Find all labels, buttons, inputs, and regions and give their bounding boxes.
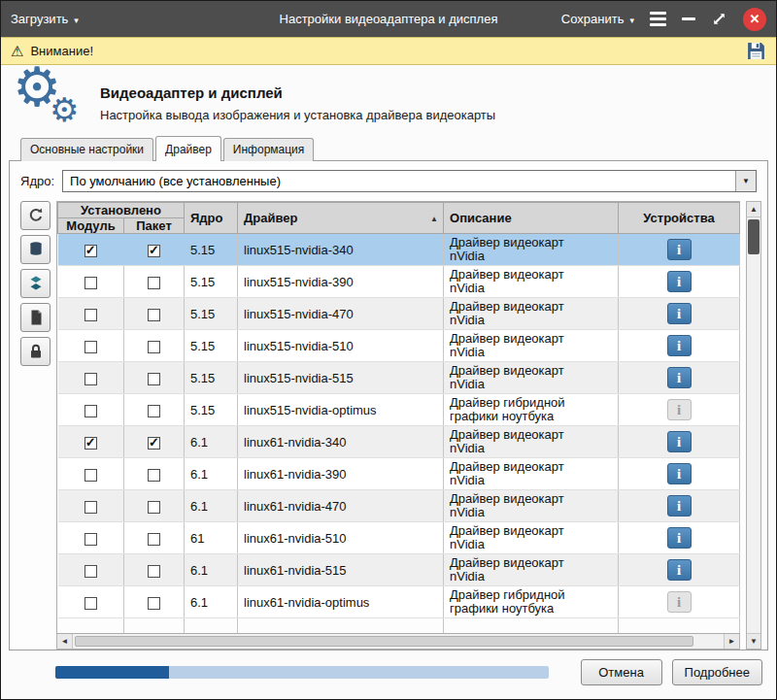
info-button[interactable]: i (667, 367, 692, 388)
description-text: Драйвер гибридной графики ноутбука (444, 394, 597, 425)
info-button[interactable]: i (667, 335, 692, 356)
table-row[interactable]: 61 linux61-nvidia-510 Драйвер видеокарт … (58, 522, 740, 554)
info-button[interactable]: i (667, 591, 692, 613)
description-cell: Драйвер видеокарт nVidia (444, 234, 619, 266)
module-checkbox[interactable] (84, 309, 97, 321)
package-checkbox[interactable] (148, 309, 160, 321)
module-cell (58, 522, 124, 554)
details-button[interactable]: Подробнее (672, 659, 762, 685)
save-button[interactable]: Сохранить ▾ (561, 12, 634, 26)
package-cell (124, 234, 185, 266)
package-checkbox[interactable] (148, 533, 160, 546)
description-cell: Драйвер видеокарт nVidia (444, 490, 619, 522)
packages-button[interactable] (20, 269, 51, 298)
module-checkbox[interactable] (84, 277, 97, 289)
table-row[interactable]: 6.1 linux61-nvidia-optimus Драйвер гибри… (58, 586, 740, 618)
module-checkbox[interactable] (84, 341, 97, 353)
table-row[interactable]: 5.15 linux515-nvidia-390 Драйвер видеока… (58, 266, 740, 298)
document-button[interactable] (20, 303, 51, 332)
horizontal-scroll-thumb[interactable] (75, 636, 693, 647)
document-icon (27, 309, 45, 326)
devices-cell: i (619, 490, 740, 522)
package-checkbox[interactable] (148, 437, 160, 450)
table-row[interactable]: 5.15 linux515-nvidia-340 Драйвер видеока… (58, 234, 740, 266)
refresh-button[interactable] (20, 201, 51, 230)
menu-button[interactable] (650, 12, 666, 26)
module-checkbox[interactable] (84, 245, 97, 257)
info-button[interactable]: i (667, 399, 692, 420)
info-button[interactable]: i (667, 271, 692, 292)
kernel-select[interactable]: По умолчанию (все установленные) ▼ (62, 170, 757, 192)
tab-main-settings[interactable]: Основные настройки (20, 138, 153, 161)
column-header-devices[interactable]: Устройства (619, 203, 740, 234)
module-cell (58, 458, 124, 490)
module-checkbox[interactable] (84, 469, 97, 482)
devices-cell: i (619, 554, 740, 586)
info-icon: i (677, 435, 681, 450)
module-checkbox[interactable] (84, 597, 97, 610)
devices-cell: i (619, 522, 740, 554)
lock-button[interactable] (20, 337, 51, 366)
package-checkbox[interactable] (148, 245, 160, 257)
vertical-scroll-thumb[interactable] (748, 219, 760, 254)
description-cell: Драйвер гибридной графики ноутбука (444, 394, 619, 426)
table-row[interactable]: 5.15 linux515-nvidia-515 Драйвер видеока… (58, 362, 740, 394)
package-checkbox[interactable] (148, 501, 160, 514)
driver-table: Установлено Ядро Драйвер ▲ Описание Устр… (56, 201, 740, 634)
column-header-installed[interactable]: Установлено (58, 203, 185, 218)
table-row[interactable]: 6.1 linux61-nvidia-340 Драйвер видеокарт… (58, 426, 740, 458)
info-button[interactable]: i (667, 431, 692, 452)
package-checkbox[interactable] (148, 277, 160, 289)
package-checkbox[interactable] (148, 597, 160, 610)
column-header-kernel[interactable]: Ядро (185, 203, 238, 234)
table-row[interactable]: 6.1 linux61-nvidia-515 Драйвер видеокарт… (58, 554, 740, 586)
package-checkbox[interactable] (148, 341, 160, 353)
description-cell: Драйвер видеокарт nVidia (444, 426, 619, 458)
package-checkbox[interactable] (148, 405, 160, 417)
column-header-driver[interactable]: Драйвер ▲ (238, 203, 444, 234)
info-button[interactable]: i (667, 463, 692, 484)
column-header-module[interactable]: Модуль (58, 218, 124, 234)
scroll-left-arrow[interactable]: ◄ (57, 634, 73, 649)
app-header: ⚙⚙ Видеоадаптер и дисплей Настройка выво… (1, 65, 776, 137)
info-button[interactable]: i (667, 527, 692, 549)
module-checkbox[interactable] (84, 405, 97, 417)
scroll-down-arrow[interactable]: ▼ (747, 633, 760, 649)
table-row[interactable]: 5.15 linux515-nvidia-optimus Драйвер гиб… (58, 394, 740, 426)
devices-cell: i (619, 586, 740, 618)
save-changes-button[interactable] (746, 41, 766, 61)
module-checkbox[interactable] (84, 565, 97, 578)
database-button[interactable] (20, 235, 51, 264)
maximize-button[interactable] (711, 11, 727, 27)
package-checkbox[interactable] (148, 565, 160, 578)
table-row[interactable]: 6.1 linux61-nvidia-390 Драйвер видеокарт… (58, 458, 740, 490)
minimize-button[interactable] (682, 17, 695, 20)
scroll-up-arrow[interactable]: ▲ (747, 202, 760, 217)
module-checkbox[interactable] (84, 533, 97, 546)
info-button[interactable]: i (667, 559, 692, 581)
module-checkbox[interactable] (84, 373, 97, 385)
tab-information[interactable]: Информация (223, 138, 314, 161)
load-button[interactable]: Загрузить ▾ (11, 12, 79, 26)
table-row[interactable]: 5.15 linux515-nvidia-510 Драйвер видеока… (58, 330, 740, 362)
column-header-description[interactable]: Описание (444, 203, 619, 234)
package-checkbox[interactable] (148, 469, 160, 482)
close-button[interactable]: ✕ (743, 8, 766, 31)
tab-driver[interactable]: Драйвер (155, 136, 221, 161)
info-button[interactable]: i (667, 303, 692, 324)
module-checkbox[interactable] (84, 437, 97, 450)
table-row[interactable]: 6.1 linux61-nvidia-470 Драйвер видеокарт… (58, 490, 740, 522)
vertical-scroll-track (747, 217, 760, 633)
package-checkbox[interactable] (148, 373, 160, 385)
combo-arrow-icon[interactable]: ▼ (735, 171, 756, 191)
info-button[interactable]: i (667, 495, 692, 517)
module-checkbox[interactable] (84, 501, 97, 514)
scroll-right-arrow[interactable]: ► (724, 634, 739, 649)
info-icon: i (677, 339, 681, 353)
footer: Отмена Подробнее (1, 650, 776, 698)
table-row[interactable]: 5.15 linux515-nvidia-470 Драйвер видеока… (58, 298, 740, 330)
info-button[interactable]: i (667, 239, 692, 260)
column-header-package[interactable]: Пакет (124, 218, 185, 234)
cancel-button[interactable]: Отмена (581, 659, 662, 685)
module-cell (58, 266, 124, 298)
